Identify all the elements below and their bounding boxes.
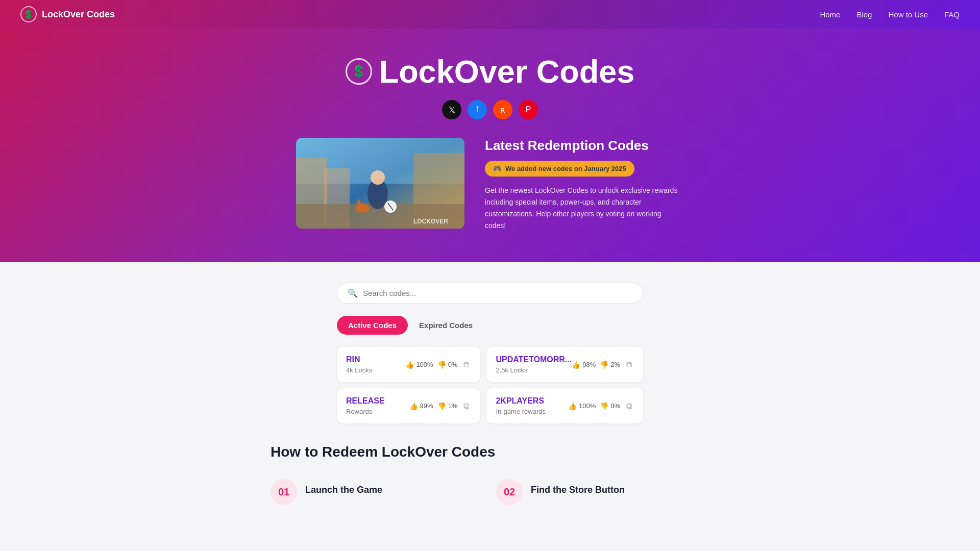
- codes-section: 🔍 Active Codes Expired Codes RIN 4k Lock…: [337, 283, 643, 423]
- hero-icon: 💲: [346, 58, 372, 85]
- svg-text:LOCKOVER: LOCKOVER: [413, 218, 448, 225]
- step-2: 02 Find the Store Button: [496, 479, 709, 505]
- steps-grid: 01 Launch the Game 02 Find the Store But…: [271, 479, 709, 505]
- copy-btn-updatetomorr[interactable]: ⧉: [624, 358, 634, 371]
- code-card-release: RELEASE Rewards 👍 99% 👎 1% ⧉: [337, 388, 480, 423]
- upvote-2kplayers: 👍 100%: [568, 402, 596, 410]
- upvote-pct-release: 99%: [420, 402, 433, 410]
- downvote-icon-release: 👎: [437, 402, 446, 410]
- copy-btn-rin[interactable]: ⧉: [461, 358, 471, 371]
- svg-point-7: [371, 170, 385, 185]
- step-1-text: Launch the Game: [305, 479, 382, 495]
- upvote-icon-rin: 👍: [405, 361, 414, 369]
- code-info-release: RELEASE Rewards: [346, 396, 385, 415]
- brand-link[interactable]: 💲 LockOver Codes: [20, 6, 115, 22]
- code-info-updatetomorr: UPDATETOMORR... 2.5k Locks: [496, 355, 572, 374]
- nav-faq[interactable]: FAQ: [944, 10, 960, 19]
- nav-links: Home Blog How to Use FAQ: [820, 10, 960, 19]
- hero-description: Get the newest LockOver Codes to unlock …: [485, 185, 684, 232]
- upvote-pct-updatetomorr: 98%: [582, 361, 596, 368]
- downvote-icon-updatetomorr: 👎: [600, 361, 608, 369]
- downvote-pct-rin: 0%: [448, 361, 458, 368]
- codes-grid: RIN 4k Locks 👍 100% 👎 0% ⧉: [337, 347, 643, 423]
- step-2-title: Find the Store Button: [531, 485, 625, 495]
- nav-how-to-use[interactable]: How to Use: [888, 10, 928, 19]
- code-info-2kplayers: 2KPLAYERS In-game rewards: [496, 396, 546, 415]
- upvote-pct-rin: 100%: [416, 361, 433, 368]
- upvote-release: 👍 99%: [409, 402, 433, 410]
- brand-icon: 💲: [20, 6, 37, 22]
- code-actions-updatetomorr: 👍 98% 👎 2% ⧉: [572, 358, 634, 371]
- code-actions-release: 👍 99% 👎 1% ⧉: [409, 399, 472, 413]
- badge-icon: 🎮: [493, 165, 501, 172]
- upvote-icon-release: 👍: [409, 402, 418, 410]
- downvote-icon-2kplayers: 👎: [600, 402, 608, 410]
- code-desc-release: Rewards: [346, 408, 385, 415]
- code-desc-2kplayers: In-game rewards: [496, 408, 546, 415]
- search-icon: 🔍: [348, 288, 358, 298]
- twitter-button[interactable]: 𝕏: [442, 100, 461, 119]
- pinterest-button[interactable]: P: [519, 100, 538, 119]
- code-name-rin: RIN: [346, 355, 372, 364]
- nav-blog[interactable]: Blog: [856, 10, 872, 19]
- facebook-button[interactable]: f: [468, 100, 487, 119]
- how-to-section: How to Redeem LockOver Codes 01 Launch t…: [260, 423, 720, 505]
- tab-expired-codes[interactable]: Expired Codes: [408, 316, 484, 335]
- upvote-icon-updatetomorr: 👍: [572, 361, 580, 369]
- navbar: 💲 LockOver Codes Home Blog How to Use FA…: [0, 0, 980, 29]
- hero-title: LockOver Codes: [379, 53, 635, 90]
- step-2-number: 02: [496, 479, 523, 505]
- update-badge: 🎮 We added new codes on January 2025: [485, 161, 634, 177]
- search-bar: 🔍: [337, 283, 643, 304]
- tabs-container: Active Codes Expired Codes: [337, 316, 643, 335]
- code-actions-2kplayers: 👍 100% 👎 0% ⧉: [568, 399, 634, 413]
- code-desc-updatetomorr: 2.5k Locks: [496, 366, 572, 374]
- code-card-updatetomorr: UPDATETOMORR... 2.5k Locks 👍 98% 👎 2% ⧉: [486, 347, 643, 382]
- code-name-release: RELEASE: [346, 396, 385, 406]
- code-name-updatetomorr: UPDATETOMORR...: [496, 355, 572, 364]
- brand-name: LockOver Codes: [42, 9, 115, 20]
- code-info-rin: RIN 4k Locks: [346, 355, 372, 374]
- code-actions-rin: 👍 100% 👎 0% ⧉: [405, 358, 471, 371]
- how-to-title: How to Redeem LockOver Codes: [271, 444, 709, 460]
- copy-btn-2kplayers[interactable]: ⧉: [624, 399, 634, 413]
- main-content: 🔍 Active Codes Expired Codes RIN 4k Lock…: [0, 262, 980, 536]
- hero-section: 💲 LockOver Codes 𝕏 f ʀ P: [0, 29, 980, 262]
- hero-content: LOCKOVER Latest Redemption Codes 🎮 We ad…: [296, 138, 684, 232]
- downvote-pct-2kplayers: 0%: [610, 402, 620, 410]
- downvote-icon-rin: 👎: [437, 361, 446, 369]
- badge-text: We added new codes on January 2025: [505, 165, 626, 172]
- reddit-button[interactable]: ʀ: [493, 100, 512, 119]
- step-1-number: 01: [271, 479, 297, 505]
- downvote-2kplayers: 👎 0%: [600, 402, 620, 410]
- upvote-updatetomorr: 👍 98%: [572, 361, 596, 369]
- upvote-rin: 👍 100%: [405, 361, 433, 369]
- step-1-title: Launch the Game: [305, 485, 382, 495]
- code-card-2kplayers: 2KPLAYERS In-game rewards 👍 100% 👎 0% ⧉: [486, 388, 643, 423]
- downvote-pct-updatetomorr: 2%: [610, 361, 620, 368]
- nav-home[interactable]: Home: [820, 10, 840, 19]
- upvote-pct-2kplayers: 100%: [579, 402, 596, 410]
- code-desc-rin: 4k Locks: [346, 366, 372, 374]
- code-name-2kplayers: 2KPLAYERS: [496, 396, 546, 406]
- hero-text-block: Latest Redemption Codes 🎮 We added new c…: [485, 138, 684, 232]
- hero-game-image: LOCKOVER: [296, 138, 464, 229]
- search-input[interactable]: [363, 289, 632, 297]
- latest-title: Latest Redemption Codes: [485, 138, 684, 154]
- social-icons: 𝕏 f ʀ P: [20, 100, 960, 119]
- game-art-placeholder: LOCKOVER: [296, 138, 464, 229]
- code-card-rin: RIN 4k Locks 👍 100% 👎 0% ⧉: [337, 347, 480, 382]
- copy-btn-release[interactable]: ⧉: [461, 399, 471, 413]
- downvote-rin: 👎 0%: [437, 361, 458, 369]
- downvote-pct-release: 1%: [448, 402, 458, 410]
- upvote-icon-2kplayers: 👍: [568, 402, 577, 410]
- step-1: 01 Launch the Game: [271, 479, 484, 505]
- svg-point-10: [355, 204, 370, 213]
- downvote-updatetomorr: 👎 2%: [600, 361, 620, 369]
- step-2-text: Find the Store Button: [531, 479, 625, 495]
- downvote-release: 👎 1%: [437, 402, 458, 410]
- hero-title-container: 💲 LockOver Codes: [20, 53, 960, 90]
- tab-active-codes[interactable]: Active Codes: [337, 316, 408, 335]
